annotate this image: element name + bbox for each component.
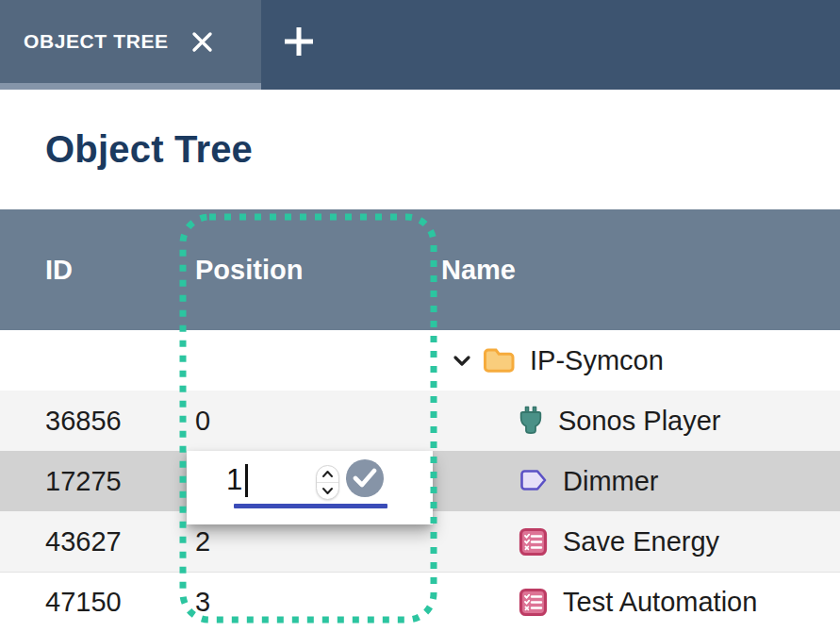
check-icon [353,468,377,489]
row-position[interactable]: 2 [195,526,441,557]
confirm-button[interactable] [346,459,384,497]
tag-icon [519,470,548,492]
input-underline [234,504,387,508]
object-name: Save Energy [563,526,719,557]
new-tab-button[interactable] [261,0,337,83]
row-name-cell[interactable]: IP-Symcon [441,345,840,376]
row-id: 36856 [0,406,195,437]
column-header-position[interactable]: Position [195,255,441,286]
row-position[interactable]: 0 [195,406,441,437]
row-id: 43627 [0,526,195,557]
tab-object-tree[interactable]: OBJECT TREE [0,0,261,90]
chevron-up-icon [321,470,334,478]
chevron-down-icon [321,487,334,495]
row-name-cell[interactable]: Test Automation [441,587,840,618]
position-input[interactable]: 1 [226,463,248,497]
active-tab-underline [0,83,261,90]
title-section: Object Tree [0,90,840,209]
folder-icon [483,347,515,374]
object-name: Dimmer [563,466,659,497]
table-row-ip-symcon[interactable]: IP-Symcon [0,330,840,391]
object-name: Test Automation [563,587,757,618]
stepper-up-button[interactable] [317,466,338,482]
page-title: Object Tree [45,128,253,171]
checklist-icon [519,527,548,557]
row-id: 17275 [0,466,195,497]
tab-bar: OBJECT TREE [0,0,840,90]
row-position[interactable]: 3 [195,587,441,618]
position-input-value: 1 [226,463,242,497]
column-header-id[interactable]: ID [0,255,195,286]
text-caret [245,464,248,497]
quantity-stepper[interactable] [316,465,339,500]
position-editor-popup: 1 [187,451,433,524]
chevron-down-icon[interactable] [451,349,473,372]
plug-icon [519,406,543,436]
tab-object-tree-label: OBJECT TREE [24,30,169,53]
table-row-test-automation[interactable]: 47150 3 Test Automation [0,572,840,632]
table-header: ID Position Name [0,209,840,330]
stepper-down-button[interactable] [317,482,338,499]
table-row-sonos-player[interactable]: 36856 0 Sonos Player [0,391,840,451]
object-tree-window: OBJECT TREE Object Tree ID Position Name [0,0,840,632]
row-name-cell[interactable]: Save Energy [441,526,840,557]
object-name: IP-Symcon [530,345,664,376]
row-name-cell[interactable]: Dimmer [441,466,840,497]
column-header-name[interactable]: Name [441,255,840,286]
checklist-icon [519,588,548,617]
close-icon[interactable] [189,29,215,55]
row-name-cell[interactable]: Sonos Player [441,406,840,437]
plus-icon [282,25,316,58]
object-name: Sonos Player [558,406,721,437]
row-id: 47150 [0,587,195,618]
